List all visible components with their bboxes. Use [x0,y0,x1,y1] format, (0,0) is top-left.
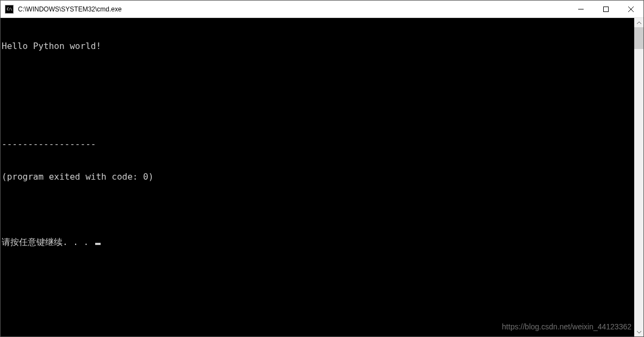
window-body: Hello Python world! ------------------ (… [1,18,643,336]
terminal-prompt-line: 请按任意键继续. . . [2,237,634,248]
chevron-down-icon [637,330,641,334]
terminal-line [2,73,634,84]
terminal-prompt-text: 请按任意键继续. . . [2,237,94,248]
close-icon [628,7,634,12]
minimize-button[interactable] [568,1,593,17]
window-controls [568,1,643,17]
vertical-scrollbar[interactable] [634,18,643,336]
scroll-down-button[interactable] [634,327,643,336]
window-title: C:\WINDOWS\SYSTEM32\cmd.exe [17,5,568,13]
maximize-icon [603,7,609,12]
terminal-output[interactable]: Hello Python world! ------------------ (… [1,18,634,336]
terminal-cursor [95,243,101,245]
svg-rect-1 [604,7,609,11]
terminal-line [2,204,634,215]
terminal-line: (program exited with code: 0) [2,171,634,182]
terminal-line [2,106,634,117]
scroll-track[interactable] [634,27,643,327]
cmd-icon-glyph: C:\ [7,7,12,11]
cmd-icon: C:\ [5,5,14,14]
close-button[interactable] [618,1,643,17]
scroll-up-button[interactable] [634,18,643,27]
terminal-line: ------------------ [2,139,634,150]
scroll-thumb[interactable] [634,27,643,49]
maximize-button[interactable] [593,1,618,17]
chevron-up-icon [637,21,641,25]
minimize-icon [578,7,584,12]
terminal-line: Hello Python world! [2,41,634,52]
cmd-window: C:\ C:\WINDOWS\SYSTEM32\cmd.exe Hello Py… [0,0,644,337]
titlebar[interactable]: C:\ C:\WINDOWS\SYSTEM32\cmd.exe [1,1,643,18]
